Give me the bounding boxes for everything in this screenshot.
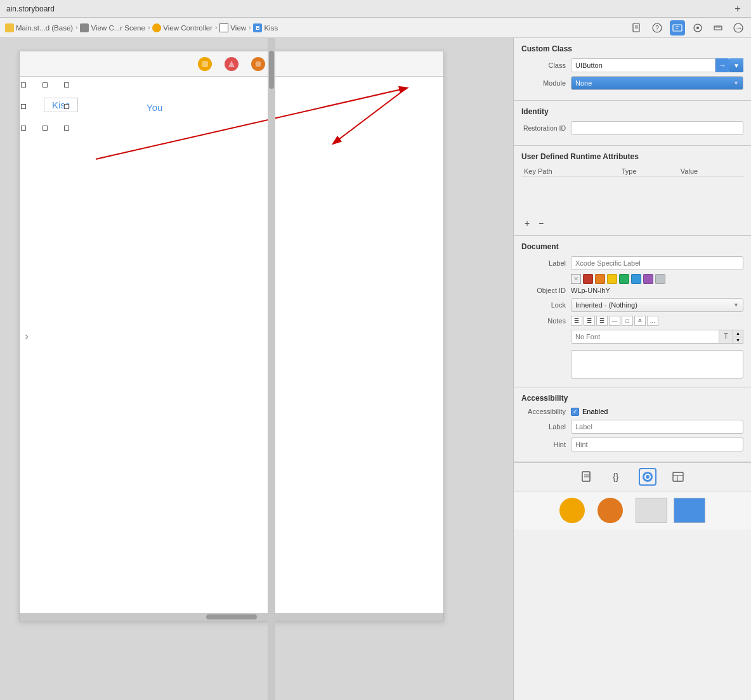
breadcrumb-item-4[interactable]: B Kiss bbox=[253, 23, 278, 32]
module-dropdown[interactable]: None ▼ bbox=[571, 76, 743, 90]
class-dropdown-button[interactable]: ▼ bbox=[729, 58, 743, 72]
lock-dropdown[interactable]: Inherited - (Nothing) ▼ bbox=[571, 298, 743, 312]
notes-align-center[interactable]: ☰ bbox=[584, 316, 595, 326]
toolbar-identity-icon[interactable] bbox=[670, 20, 685, 36]
notes-label: Notes bbox=[521, 317, 566, 325]
handle-bm[interactable] bbox=[42, 126, 48, 131]
bottom-image-pairs bbox=[636, 498, 705, 523]
breadcrumb-sep-1: › bbox=[148, 24, 150, 31]
breadcrumb-label-3: View bbox=[230, 24, 246, 32]
circle-orange bbox=[598, 498, 623, 523]
toolbar-ruler-icon[interactable] bbox=[710, 20, 726, 36]
scene-header bbox=[20, 51, 443, 77]
notes-align-left[interactable]: ☰ bbox=[571, 316, 582, 326]
acc-label-input[interactable] bbox=[571, 420, 743, 434]
restoration-id-input[interactable] bbox=[571, 121, 743, 135]
notes-more[interactable]: … bbox=[647, 316, 658, 326]
canvas-area[interactable]: Kiss You bbox=[0, 38, 513, 700]
handle-tl[interactable] bbox=[21, 82, 26, 88]
img-placeholder-1 bbox=[636, 498, 667, 523]
breadcrumb-item-2[interactable]: View Controller bbox=[152, 23, 212, 32]
font-T-button[interactable]: T bbox=[719, 330, 733, 344]
nav-arrow[interactable]: › bbox=[25, 330, 29, 343]
toolbar-help-icon[interactable]: ? bbox=[650, 20, 665, 36]
class-arrow-button[interactable]: → bbox=[715, 58, 729, 72]
doc-label-input[interactable] bbox=[571, 256, 743, 270]
canvas-bottom-bar[interactable] bbox=[20, 613, 443, 621]
remove-attribute-button[interactable]: − bbox=[535, 217, 547, 229]
handle-mr[interactable] bbox=[64, 104, 69, 109]
breadcrumb-item-3[interactable]: View bbox=[219, 23, 246, 32]
svg-rect-18 bbox=[256, 62, 261, 67]
swatch-purple[interactable] bbox=[643, 274, 653, 284]
handle-tr[interactable] bbox=[64, 82, 69, 88]
swatch-red[interactable] bbox=[583, 274, 593, 284]
swatch-green[interactable] bbox=[619, 274, 629, 284]
lock-label: Lock bbox=[521, 301, 566, 309]
object-id-row: Object ID WLp-UN-lhY bbox=[521, 287, 743, 294]
hint-input[interactable] bbox=[571, 438, 743, 451]
swatch-orange[interactable] bbox=[595, 274, 605, 284]
you-text: You bbox=[147, 102, 162, 113]
bottom-table-icon[interactable] bbox=[669, 468, 687, 486]
swatch-blue[interactable] bbox=[631, 274, 641, 284]
empty-row bbox=[521, 177, 743, 215]
user-defined-section: User Defined Runtime Attributes Key Path… bbox=[514, 146, 751, 236]
breadcrumb-label-0: Main.st...d (Base) bbox=[16, 24, 73, 32]
breadcrumb-item-0[interactable]: Main.st...d (Base) bbox=[5, 23, 73, 32]
title-bar-add-button[interactable]: + bbox=[731, 2, 745, 16]
swatch-none[interactable]: ✕ bbox=[571, 274, 581, 284]
bottom-file-icon[interactable] bbox=[578, 468, 596, 486]
accessibility-enabled-row: Accessibility ✓ Enabled bbox=[521, 408, 743, 416]
restoration-id-label: Restoration ID bbox=[521, 124, 566, 132]
scrollbar-thumb-v[interactable] bbox=[269, 51, 274, 89]
toolbar-file-icon[interactable] bbox=[629, 20, 644, 36]
label-field-row: Label bbox=[521, 256, 743, 270]
bottom-toolbar: {} bbox=[514, 462, 751, 491]
svg-point-9 bbox=[696, 27, 699, 29]
vc-icon bbox=[152, 23, 161, 32]
notes-box[interactable]: □ bbox=[622, 316, 633, 326]
toolbar-arrow-icon[interactable]: → bbox=[731, 20, 746, 36]
notes-row: Notes ☰ ☰ ☰ — □ A … bbox=[521, 316, 743, 326]
canvas-scrollbar[interactable] bbox=[268, 38, 275, 700]
swatch-gray[interactable] bbox=[655, 274, 665, 284]
breadcrumb-bar: Main.st...d (Base) › View C...r Scene › … bbox=[0, 18, 751, 38]
identity-title: Identity bbox=[521, 107, 743, 116]
add-attribute-button[interactable]: + bbox=[521, 217, 533, 229]
toolbar-target-icon[interactable] bbox=[690, 20, 705, 36]
handle-br[interactable] bbox=[64, 126, 69, 131]
handles-grid bbox=[21, 82, 69, 131]
accessibility-title: Accessibility bbox=[521, 394, 743, 403]
hint-row: Hint bbox=[521, 438, 743, 451]
notes-textarea[interactable] bbox=[571, 350, 743, 379]
notes-toolbar: ☰ ☰ ☰ — □ A … bbox=[571, 316, 658, 326]
class-input[interactable] bbox=[571, 58, 715, 72]
handle-bl[interactable] bbox=[21, 126, 26, 131]
breadcrumb-label-2: View Controller bbox=[163, 24, 212, 32]
swatch-yellow[interactable] bbox=[607, 274, 617, 284]
handle-tm[interactable] bbox=[42, 82, 48, 88]
annotation-arrow bbox=[20, 77, 464, 647]
custom-class-section: Custom Class Class → ▼ Module None ▼ bbox=[514, 38, 751, 101]
font-row: T ▲ ▼ bbox=[521, 330, 743, 344]
scene-icon-yellow bbox=[198, 57, 212, 71]
font-stepper: ▲ ▼ bbox=[733, 330, 743, 344]
bottom-circle-icon[interactable] bbox=[639, 468, 656, 486]
b-icon: B bbox=[253, 23, 262, 32]
doc-label-label: Label bbox=[521, 259, 566, 267]
font-input[interactable] bbox=[571, 330, 719, 344]
breadcrumb-toolbar: ? → bbox=[629, 20, 746, 36]
notes-separator[interactable]: — bbox=[609, 316, 620, 326]
breadcrumb-item-1[interactable]: View C...r Scene bbox=[80, 23, 145, 32]
font-stepper-down[interactable]: ▼ bbox=[733, 337, 743, 344]
font-stepper-up[interactable]: ▲ bbox=[733, 330, 743, 337]
handle-ml[interactable] bbox=[21, 104, 26, 109]
col-type: Type bbox=[619, 166, 678, 177]
notes-text[interactable]: A bbox=[634, 316, 646, 326]
notes-align-right[interactable]: ☰ bbox=[596, 316, 608, 326]
accessibility-checkbox[interactable]: ✓ bbox=[571, 408, 579, 416]
lock-row: Lock Inherited - (Nothing) ▼ bbox=[521, 298, 743, 312]
scrollbar-thumb[interactable] bbox=[206, 614, 257, 619]
bottom-braces-icon[interactable]: {} bbox=[608, 468, 626, 486]
